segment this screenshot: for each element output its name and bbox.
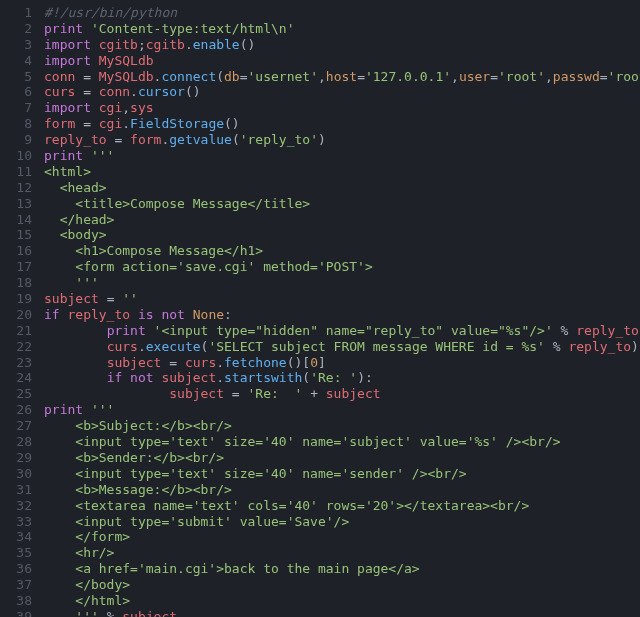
line-number: 38: [4, 593, 32, 609]
code-line: <textarea name='text' cols='40' rows='20…: [44, 498, 632, 514]
code-line: ''' % subject: [44, 609, 632, 617]
line-number: 25: [4, 386, 32, 402]
code-line: </form>: [44, 529, 632, 545]
code-line: <b>Sender:</b><br/>: [44, 450, 632, 466]
code-line: subject = 'Re: ' + subject: [44, 386, 632, 402]
line-number: 37: [4, 577, 32, 593]
line-number: 30: [4, 466, 32, 482]
line-number: 34: [4, 529, 32, 545]
line-number: 14: [4, 212, 32, 228]
code-line: print '<input type="hidden" name="reply_…: [44, 323, 632, 339]
code-line: print ''': [44, 402, 632, 418]
line-number: 17: [4, 259, 32, 275]
line-number: 23: [4, 355, 32, 371]
code-line: <input type='text' size='40' name='subje…: [44, 434, 632, 450]
code-line: form = cgi.FieldStorage(): [44, 116, 632, 132]
code-area: #!/usr/bin/pythonprint 'Content-type:tex…: [40, 0, 640, 617]
line-number: 36: [4, 561, 32, 577]
code-line: curs.execute('SELECT subject FROM messag…: [44, 339, 632, 355]
line-number: 1: [4, 5, 32, 21]
code-line: <b>Subject:</b><br/>: [44, 418, 632, 434]
code-line: if not subject.startswith('Re: '):: [44, 370, 632, 386]
line-number: 13: [4, 196, 32, 212]
line-number: 35: [4, 545, 32, 561]
code-line: print ''': [44, 148, 632, 164]
line-number: 19: [4, 291, 32, 307]
line-number: 2: [4, 21, 32, 37]
code-line: </html>: [44, 593, 632, 609]
line-number: 18: [4, 275, 32, 291]
line-number: 29: [4, 450, 32, 466]
line-number: 33: [4, 514, 32, 530]
code-line: subject = curs.fetchone()[0]: [44, 355, 632, 371]
line-number: 20: [4, 307, 32, 323]
code-line: <a href='main.cgi'>back to the main page…: [44, 561, 632, 577]
line-number: 16: [4, 243, 32, 259]
code-line: <hr/>: [44, 545, 632, 561]
code-line: </head>: [44, 212, 632, 228]
code-line: <input type='submit' value='Save'/>: [44, 514, 632, 530]
line-number: 31: [4, 482, 32, 498]
line-number: 24: [4, 370, 32, 386]
line-number: 4: [4, 53, 32, 69]
line-number: 32: [4, 498, 32, 514]
line-number: 22: [4, 339, 32, 355]
line-number: 12: [4, 180, 32, 196]
code-line: conn = MySQLdb.connect(db='usernet',host…: [44, 69, 632, 85]
code-line: #!/usr/bin/python: [44, 5, 632, 21]
line-number: 3: [4, 37, 32, 53]
line-number: 28: [4, 434, 32, 450]
code-line: <head>: [44, 180, 632, 196]
code-line: <input type='text' size='40' name='sende…: [44, 466, 632, 482]
code-line: subject = '': [44, 291, 632, 307]
line-number: 8: [4, 116, 32, 132]
line-number: 27: [4, 418, 32, 434]
line-number-gutter: 1234567891011121314151617181920212223242…: [0, 0, 40, 617]
line-number: 26: [4, 402, 32, 418]
line-number: 5: [4, 69, 32, 85]
line-number: 11: [4, 164, 32, 180]
code-line: reply_to = form.getvalue('reply_to'): [44, 132, 632, 148]
line-number: 39: [4, 609, 32, 617]
line-number: 7: [4, 100, 32, 116]
line-number: 9: [4, 132, 32, 148]
code-line: import MySQLdb: [44, 53, 632, 69]
code-line: import cgi,sys: [44, 100, 632, 116]
code-line: <b>Message:</b><br/>: [44, 482, 632, 498]
code-line: ''': [44, 275, 632, 291]
code-line: import cgitb;cgitb.enable(): [44, 37, 632, 53]
line-number: 10: [4, 148, 32, 164]
line-number: 15: [4, 227, 32, 243]
code-line: <title>Compose Message</title>: [44, 196, 632, 212]
code-line: print 'Content-type:text/html\n': [44, 21, 632, 37]
code-line: </body>: [44, 577, 632, 593]
code-line: <body>: [44, 227, 632, 243]
code-line: curs = conn.cursor(): [44, 84, 632, 100]
code-editor: 1234567891011121314151617181920212223242…: [0, 0, 640, 617]
code-line: <h1>Compose Message</h1>: [44, 243, 632, 259]
line-number: 6: [4, 84, 32, 100]
line-number: 21: [4, 323, 32, 339]
code-line: if reply_to is not None:: [44, 307, 632, 323]
code-line: <form action='save.cgi' method='POST'>: [44, 259, 632, 275]
code-line: <html>: [44, 164, 632, 180]
